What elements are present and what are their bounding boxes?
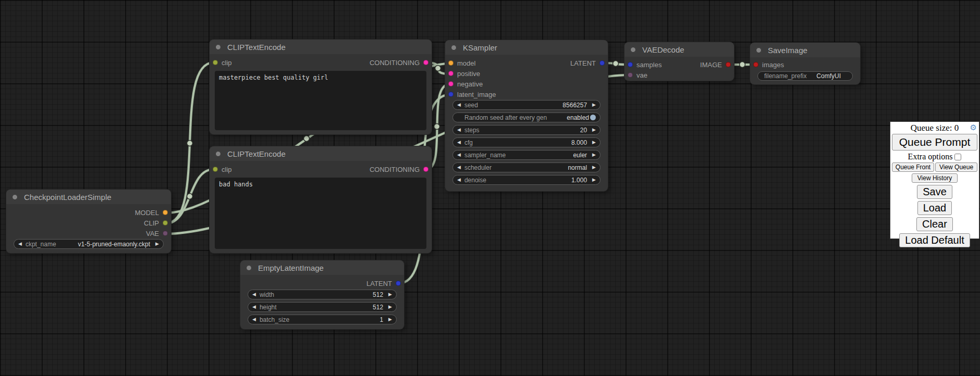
queue-prompt-button[interactable]: Queue Prompt xyxy=(892,134,977,151)
save-button[interactable]: Save xyxy=(917,185,952,199)
output-latent[interactable]: LATENT xyxy=(570,59,605,67)
latent-port-icon[interactable] xyxy=(448,92,454,97)
extra-options-checkbox[interactable] xyxy=(954,154,961,160)
clear-button[interactable]: Clear xyxy=(916,217,953,231)
clip-port-icon[interactable] xyxy=(213,60,218,65)
input-positive[interactable]: positive xyxy=(448,70,480,78)
node-title-bar[interactable]: VAEDecode xyxy=(624,42,734,57)
node-clip-text-encode-positive[interactable]: CLIPTextEncode clip CONDITIONING masterp… xyxy=(210,40,432,134)
output-image[interactable]: IMAGE xyxy=(700,61,731,69)
latent-port-icon[interactable] xyxy=(628,62,633,67)
node-clip-text-encode-negative[interactable]: CLIPTextEncode clip CONDITIONING bad han… xyxy=(210,146,432,253)
increment-arrow-icon[interactable]: ▶ xyxy=(388,292,392,297)
vae-port-icon[interactable] xyxy=(628,72,633,78)
increment-arrow-icon[interactable]: ▶ xyxy=(592,140,596,145)
model-port-icon[interactable] xyxy=(163,210,168,215)
input-latent-image[interactable]: latent_image xyxy=(448,91,496,98)
widget-batch-size[interactable]: ◀ batch_size 1 ▶ xyxy=(248,315,397,324)
widget-cfg[interactable]: ◀ cfg 8.000 ▶ xyxy=(452,137,601,147)
prompt-text-input[interactable]: bad hands xyxy=(215,178,426,249)
increment-arrow-icon[interactable]: ▶ xyxy=(592,165,596,170)
collapse-dot-icon[interactable] xyxy=(12,194,18,200)
node-title-bar[interactable]: KSampler xyxy=(445,40,608,55)
decrement-arrow-icon[interactable]: ◀ xyxy=(457,178,461,182)
decrement-arrow-icon[interactable]: ◀ xyxy=(457,165,461,170)
widget-seed[interactable]: ◀ seed 8566257 ▶ xyxy=(452,100,601,110)
latent-port-icon[interactable] xyxy=(396,281,401,286)
decrement-arrow-icon[interactable]: ◀ xyxy=(252,305,256,309)
decrement-arrow-icon[interactable]: ◀ xyxy=(252,292,256,297)
node-save-image[interactable]: SaveImage images filename_prefix ComfyUI xyxy=(750,43,860,84)
conditioning-port-icon[interactable] xyxy=(423,167,428,172)
collapse-dot-icon[interactable] xyxy=(451,45,457,51)
increment-arrow-icon[interactable]: ▶ xyxy=(388,317,392,322)
increment-arrow-icon[interactable]: ▶ xyxy=(592,128,596,132)
collapse-dot-icon[interactable] xyxy=(215,44,221,50)
increment-arrow-icon[interactable]: ▶ xyxy=(388,305,392,309)
queue-front-button[interactable]: Queue Front xyxy=(892,162,934,172)
output-conditioning[interactable]: CONDITIONING xyxy=(370,166,428,173)
widget-sampler-name[interactable]: ◀ sampler_name euler ▶ xyxy=(452,150,601,160)
increment-arrow-icon[interactable]: ▶ xyxy=(592,178,596,182)
input-negative[interactable]: negative xyxy=(448,80,483,88)
widget-steps[interactable]: ◀ steps 20 ▶ xyxy=(452,125,601,135)
input-images[interactable]: images xyxy=(753,61,784,69)
node-title-bar[interactable]: SaveImage xyxy=(750,43,860,57)
decrement-arrow-icon[interactable]: ◀ xyxy=(457,153,461,157)
node-vae-decode[interactable]: VAEDecode samples IMAGE vae xyxy=(624,42,734,81)
input-clip[interactable]: clip xyxy=(213,166,232,173)
load-button[interactable]: Load xyxy=(917,201,952,215)
output-clip[interactable]: CLIP xyxy=(144,219,168,227)
collapse-dot-icon[interactable] xyxy=(215,151,221,157)
node-title-bar[interactable]: EmptyLatentImage xyxy=(240,260,404,275)
decrement-arrow-icon[interactable]: ◀ xyxy=(457,103,461,107)
conditioning-port-icon[interactable] xyxy=(448,71,454,76)
input-model[interactable]: model xyxy=(448,59,475,67)
conditioning-port-icon[interactable] xyxy=(423,60,428,65)
clip-port-icon[interactable] xyxy=(213,167,218,172)
image-port-icon[interactable] xyxy=(753,62,758,67)
widget-height[interactable]: ◀ height 512 ▶ xyxy=(248,302,397,312)
input-clip[interactable]: clip xyxy=(213,59,232,67)
collapse-dot-icon[interactable] xyxy=(246,265,252,271)
decrement-arrow-icon[interactable]: ◀ xyxy=(252,317,256,322)
conditioning-port-icon[interactable] xyxy=(448,81,454,86)
decrement-arrow-icon[interactable]: ◀ xyxy=(457,140,461,145)
node-title-bar[interactable]: CLIPTextEncode xyxy=(210,146,432,161)
decrement-arrow-icon[interactable]: ◀ xyxy=(457,128,461,132)
latent-port-icon[interactable] xyxy=(599,60,605,66)
output-vae[interactable]: VAE xyxy=(146,230,168,237)
node-title-bar[interactable]: CheckpointLoaderSimple xyxy=(6,190,171,204)
decrement-arrow-icon[interactable]: ◀ xyxy=(18,242,22,246)
collapse-dot-icon[interactable] xyxy=(756,47,762,53)
widget-scheduler[interactable]: ◀ scheduler normal ▶ xyxy=(452,162,601,172)
widget-ckpt-name[interactable]: ◀ ckpt_name v1-5-pruned-emaonly.ckpt ▶ xyxy=(14,239,164,249)
node-ksampler[interactable]: KSampler model LATENT positive negative … xyxy=(445,40,608,191)
prompt-text-input[interactable]: masterpiece best quality girl xyxy=(215,71,426,130)
node-title-bar[interactable]: CLIPTextEncode xyxy=(210,40,432,54)
output-latent[interactable]: LATENT xyxy=(366,280,401,287)
vae-port-icon[interactable] xyxy=(163,231,168,236)
widget-random-seed-toggle[interactable]: Random seed after every gen enabled xyxy=(452,112,601,122)
input-samples[interactable]: samples xyxy=(628,61,662,69)
widget-denoise[interactable]: ◀ denoise 1.000 ▶ xyxy=(452,175,601,185)
model-port-icon[interactable] xyxy=(448,60,454,66)
load-default-button[interactable]: Load Default xyxy=(899,233,970,247)
increment-arrow-icon[interactable]: ▶ xyxy=(155,242,159,246)
widget-filename-prefix[interactable]: filename_prefix ComfyUI xyxy=(757,71,853,81)
output-conditioning[interactable]: CONDITIONING xyxy=(370,59,428,67)
view-queue-button[interactable]: View Queue xyxy=(935,162,977,172)
input-vae[interactable]: vae xyxy=(628,71,647,79)
collapse-dot-icon[interactable] xyxy=(630,47,636,53)
image-port-icon[interactable] xyxy=(726,62,731,67)
toggle-enabled-icon[interactable] xyxy=(590,115,596,120)
gear-icon[interactable]: ⚙ xyxy=(970,123,977,132)
widget-width[interactable]: ◀ width 512 ▶ xyxy=(248,290,397,299)
view-history-button[interactable]: View History xyxy=(912,173,958,183)
increment-arrow-icon[interactable]: ▶ xyxy=(592,153,596,157)
comfyui-canvas[interactable]: { "canvas": { "wire_color": "#b0c3aa", "… xyxy=(0,0,980,376)
node-empty-latent-image[interactable]: EmptyLatentImage LATENT ◀ width 512 ▶ ◀ … xyxy=(240,260,404,329)
increment-arrow-icon[interactable]: ▶ xyxy=(592,103,596,107)
clip-port-icon[interactable] xyxy=(163,220,168,225)
node-checkpoint-loader-simple[interactable]: CheckpointLoaderSimple MODEL CLIP VAE ◀ … xyxy=(6,190,171,253)
